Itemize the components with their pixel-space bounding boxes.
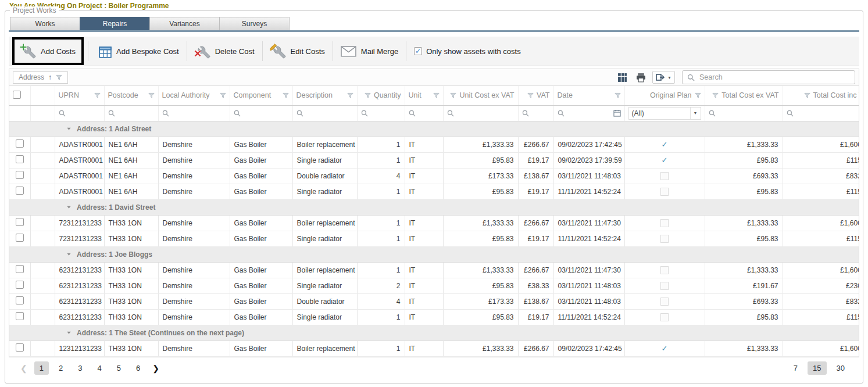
cell-original_plan[interactable]	[624, 293, 705, 309]
tab-variances[interactable]: Variances	[149, 17, 219, 30]
table-row[interactable]: 62312131233TH33 1ONDemshireGas BoilerBoi…	[9, 262, 859, 278]
search-input[interactable]	[698, 73, 850, 82]
table-row[interactable]: 62312131233TH33 1ONDemshireGas BoilerSin…	[9, 309, 859, 325]
filter-cell-uprn[interactable]	[55, 105, 104, 121]
row-checkbox[interactable]	[16, 281, 24, 289]
cell-original_plan[interactable]	[624, 168, 705, 184]
table-row[interactable]: 62312131233TH33 1ONDemshireGas BoilerSin…	[9, 278, 859, 293]
column-chooser-icon[interactable]	[615, 71, 629, 84]
filter-cell-unit_cost[interactable]	[443, 105, 518, 121]
group-row[interactable]: Address: 1 David Street	[9, 199, 859, 215]
grid-scroll-area[interactable]: UPRNPostcodeLocal AuthorityComponentDesc…	[9, 86, 859, 357]
column-header-authority[interactable]: Local Authority	[158, 86, 230, 105]
cell-original_plan[interactable]: ✓	[624, 341, 705, 356]
add-costs-button[interactable]: Add Costs	[15, 40, 81, 63]
collapse-icon[interactable]	[66, 203, 72, 212]
filter-cell-description[interactable]	[292, 105, 357, 121]
column-header-unit_cost[interactable]: Unit Cost ex VAT	[443, 86, 518, 105]
column-header-uprn[interactable]: UPRN	[55, 86, 104, 105]
collapse-icon[interactable]	[66, 250, 72, 259]
tab-surveys[interactable]: Surveys	[219, 17, 290, 30]
mail-merge-button[interactable]: Mail Merge	[335, 40, 404, 63]
column-header-vat[interactable]: VAT	[518, 86, 553, 105]
filter-cell-authority[interactable]	[158, 105, 230, 121]
row-checkbox[interactable]	[16, 155, 24, 163]
filter-cell-quantity[interactable]	[357, 105, 405, 121]
filter-icon[interactable]	[347, 92, 353, 99]
column-header-postcode[interactable]: Postcode	[104, 86, 158, 105]
table-row[interactable]: ADASTR0001NE1 6AHDemshireGas BoilerBoile…	[9, 137, 859, 152]
row-checkbox[interactable]	[16, 187, 24, 195]
cell-original_plan[interactable]: ✓	[624, 152, 705, 168]
group-panel-address[interactable]: Address ↑	[13, 71, 68, 84]
table-row[interactable]: 62312131233TH33 1ONDemshireGas BoilerDou…	[9, 293, 859, 309]
filter-icon[interactable]	[615, 92, 621, 99]
cell-original_plan[interactable]	[624, 184, 705, 199]
filter-icon[interactable]	[365, 92, 371, 99]
prev-page-button[interactable]: ❮	[20, 364, 27, 373]
only-show-assets-checkbox[interactable]: ✓ Only show assets with costs	[414, 47, 521, 56]
column-header-component[interactable]: Component	[230, 86, 292, 105]
add-bespoke-cost-button[interactable]: Add Bespoke Cost	[90, 40, 185, 63]
filter-cell-total_ex[interactable]	[705, 105, 783, 121]
page-button-4[interactable]: 4	[92, 361, 106, 375]
cell-original_plan[interactable]	[624, 262, 705, 278]
cell-original_plan[interactable]	[624, 215, 705, 231]
select-all-checkbox[interactable]	[9, 86, 30, 105]
original-plan-filter-dropdown[interactable]: (All)▼	[628, 107, 701, 120]
cell-original_plan[interactable]: ✓	[624, 137, 705, 152]
column-header-total_ex[interactable]: Total Cost ex VAT	[705, 86, 783, 105]
filter-cell-original_plan[interactable]: (All)▼	[624, 105, 705, 121]
filter-cell-date[interactable]	[553, 105, 624, 121]
filter-icon[interactable]	[148, 92, 155, 99]
collapse-icon[interactable]	[66, 125, 72, 133]
table-row[interactable]: ADASTR0001NE1 6AHDemshireGas BoilerSingl…	[9, 184, 859, 199]
filter-icon[interactable]	[94, 92, 101, 99]
next-page-button[interactable]: ❯	[152, 364, 159, 373]
row-checkbox[interactable]	[16, 218, 24, 226]
filter-cell-vat[interactable]	[518, 105, 553, 121]
page-button-2[interactable]: 2	[53, 361, 68, 375]
page-button-3[interactable]: 3	[73, 361, 87, 375]
column-header-date[interactable]: Date	[553, 86, 624, 105]
row-checkbox[interactable]	[16, 312, 24, 320]
table-row[interactable]: 72312131233TH33 1ONDemshireGas BoilerBoi…	[9, 215, 859, 231]
table-row[interactable]: ADASTR0001NE1 6AHDemshireGas BoilerSingl…	[9, 152, 859, 168]
filter-icon[interactable]	[56, 74, 62, 81]
filter-cell-total_inc[interactable]	[783, 105, 859, 121]
column-header-unit[interactable]: Unit	[405, 86, 443, 105]
edit-costs-button[interactable]: Edit Costs	[265, 40, 331, 63]
filter-icon[interactable]	[433, 92, 440, 99]
page-size-option-7[interactable]: 7	[788, 361, 803, 375]
delete-cost-button[interactable]: Delete Cost	[189, 40, 260, 63]
table-row[interactable]: 72312131233TH33 1ONDemshireGas BoilerSin…	[9, 231, 859, 246]
filter-icon[interactable]	[695, 92, 701, 99]
group-row[interactable]: Address: 1 Joe Bloggs	[9, 246, 859, 262]
sort-ascending-icon[interactable]: ↑	[48, 74, 52, 81]
tab-repairs[interactable]: Repairs	[80, 17, 149, 30]
cell-original_plan[interactable]	[624, 278, 705, 293]
filter-icon[interactable]	[527, 92, 534, 99]
table-row[interactable]: ADASTR0001NE1 6AHDemshireGas BoilerDoubl…	[9, 168, 859, 184]
cell-original_plan[interactable]	[624, 309, 705, 325]
row-checkbox[interactable]	[16, 234, 24, 242]
row-checkbox[interactable]	[16, 265, 24, 273]
row-checkbox[interactable]	[16, 296, 24, 304]
tab-works[interactable]: Works	[10, 17, 80, 30]
column-header-total_inc[interactable]: Total Cost inc VAT	[783, 86, 859, 105]
column-header-quantity[interactable]: Quantity	[357, 86, 405, 105]
filter-icon[interactable]	[804, 92, 810, 99]
column-header-original_plan[interactable]: Original Plan	[624, 86, 705, 105]
collapse-icon[interactable]	[66, 329, 72, 337]
filter-cell-component[interactable]	[230, 105, 292, 121]
filter-cell-unit[interactable]	[405, 105, 443, 121]
page-button-6[interactable]: 6	[131, 361, 145, 375]
page-size-option-15[interactable]: 15	[808, 361, 826, 375]
group-row[interactable]: Address: 1 Adal Street	[9, 121, 859, 137]
filter-cell-postcode[interactable]	[104, 105, 158, 121]
export-button[interactable]: ▼	[652, 71, 675, 84]
row-checkbox[interactable]	[16, 139, 24, 148]
calendar-icon[interactable]	[613, 109, 621, 117]
print-icon[interactable]	[634, 71, 648, 84]
filter-icon[interactable]	[450, 92, 456, 99]
